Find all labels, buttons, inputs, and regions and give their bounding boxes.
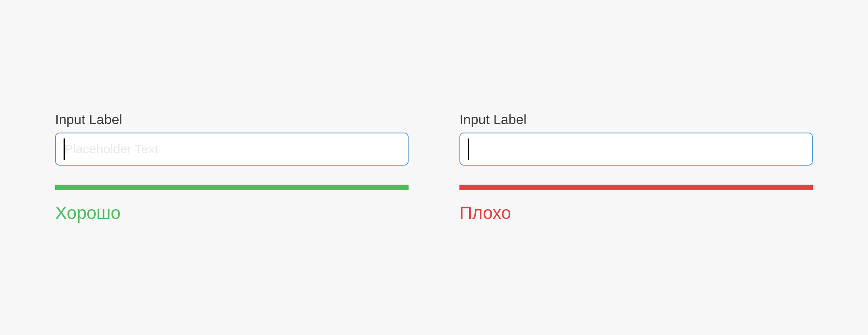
input-wrapper-good <box>55 133 409 166</box>
input-wrapper-bad <box>459 133 813 166</box>
text-input-good[interactable] <box>55 133 409 166</box>
good-example: Input Label Хорошо <box>55 112 409 223</box>
status-bar-good <box>55 185 409 190</box>
comparison-container: Input Label Хорошо Input Label Плохо <box>0 112 868 223</box>
cursor-icon <box>64 138 65 160</box>
bad-example: Input Label Плохо <box>459 112 813 223</box>
input-label-good: Input Label <box>55 112 409 127</box>
cursor-icon <box>468 138 469 160</box>
status-label-bad: Плохо <box>459 203 813 223</box>
status-label-good: Хорошо <box>55 203 409 223</box>
input-label-bad: Input Label <box>459 112 813 127</box>
status-bar-bad <box>459 185 813 190</box>
text-input-bad[interactable] <box>459 133 813 166</box>
